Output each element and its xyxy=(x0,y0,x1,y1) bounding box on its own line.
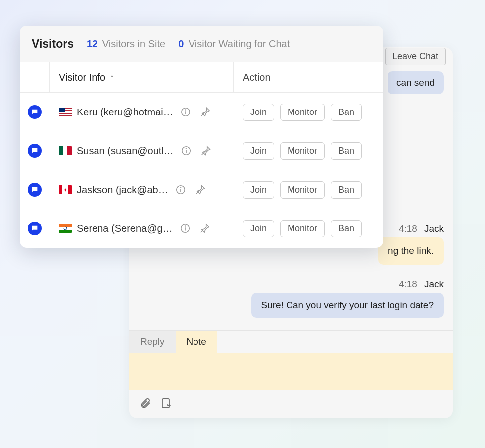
composer-tabs: Reply Note xyxy=(129,331,453,353)
message-meta: 4:18 Jack xyxy=(399,224,444,234)
visitors-in-site-count: 12 xyxy=(87,38,97,49)
svg-point-11 xyxy=(180,187,181,188)
message-sender: Jack xyxy=(424,224,444,234)
join-button[interactable]: Join xyxy=(243,104,274,121)
table-row: ✦Jaskson (jack@ab…JoinMonitorBan xyxy=(20,170,383,209)
column-action: Action xyxy=(234,62,383,92)
country-flag-icon xyxy=(59,108,72,116)
ai-suggest-icon[interactable] xyxy=(160,397,172,411)
message-time: 4:18 xyxy=(399,224,417,234)
ban-button[interactable]: Ban xyxy=(331,104,362,121)
pin-icon[interactable] xyxy=(200,145,211,156)
message-sender: Jack xyxy=(424,279,444,290)
chat-status-icon xyxy=(28,105,42,119)
chat-reply-bubble: Sure! Can you verify your last login dat… xyxy=(251,293,444,318)
visitors-waiting-label: Visitor Waiting for Chat xyxy=(189,38,290,49)
visitor-name: Keru (keru@hotmai… xyxy=(77,107,173,118)
table-row: Keru (keru@hotmai…JoinMonitorBan xyxy=(20,93,383,131)
table-row: Serena (Serena@g…JoinMonitorBan xyxy=(20,209,383,248)
table-row: Susan (susan@outl…JoinMonitorBan xyxy=(20,131,383,170)
tab-note[interactable]: Note xyxy=(176,331,217,353)
message-time: 4:18 xyxy=(399,279,417,290)
svg-point-15 xyxy=(185,226,185,226)
ban-button[interactable]: Ban xyxy=(331,142,362,160)
visitor-name: Serena (Serena@g… xyxy=(77,223,173,234)
chat-note-bubble: ng the link. xyxy=(378,237,444,265)
message-meta: 4:18 Jack xyxy=(399,279,444,290)
visitors-in-site-stat: 12 Visitors in Site xyxy=(87,38,165,50)
svg-point-7 xyxy=(186,148,186,149)
info-icon[interactable] xyxy=(180,223,191,234)
composer: Reply Note xyxy=(129,330,453,418)
ban-button[interactable]: Ban xyxy=(331,181,362,199)
country-flag-icon xyxy=(59,146,72,155)
composer-toolbar xyxy=(129,390,453,418)
join-button[interactable]: Join xyxy=(243,181,274,199)
svg-point-3 xyxy=(185,110,186,110)
join-button[interactable]: Join xyxy=(243,220,274,237)
join-button[interactable]: Join xyxy=(243,142,274,160)
monitor-button[interactable]: Monitor xyxy=(280,104,325,121)
visitors-waiting-stat: 0 Visitor Waiting for Chat xyxy=(178,38,290,50)
visitors-table-header: Visitor Info ↑ Action xyxy=(20,62,383,93)
chat-bubble: can send xyxy=(388,71,444,94)
visitors-panel-header: Visitors 12 Visitors in Site 0 Visitor W… xyxy=(20,26,383,62)
ban-button[interactable]: Ban xyxy=(331,220,362,237)
country-flag-icon: ✦ xyxy=(59,185,72,194)
chat-status-icon xyxy=(28,183,42,197)
country-flag-icon xyxy=(59,224,72,233)
visitors-in-site-label: Visitors in Site xyxy=(102,38,165,49)
visitors-waiting-count: 0 xyxy=(178,38,184,49)
leave-chat-button[interactable]: Leave Chat xyxy=(385,48,446,65)
pin-icon[interactable] xyxy=(200,107,211,117)
monitor-button[interactable]: Monitor xyxy=(280,142,325,160)
visitors-title: Visitors xyxy=(32,37,74,51)
pin-icon[interactable] xyxy=(199,223,210,234)
svg-rect-0 xyxy=(162,399,169,408)
chat-status-icon xyxy=(28,222,42,235)
visitors-panel: Visitors 12 Visitors in Site 0 Visitor W… xyxy=(20,26,383,248)
tab-reply[interactable]: Reply xyxy=(129,331,176,353)
monitor-button[interactable]: Monitor xyxy=(280,181,325,199)
composer-textarea[interactable] xyxy=(129,353,453,390)
info-icon[interactable] xyxy=(180,107,191,117)
info-icon[interactable] xyxy=(181,145,192,156)
info-icon[interactable] xyxy=(175,184,186,195)
attachment-icon[interactable] xyxy=(139,397,151,411)
visitor-name: Jaskson (jack@ab… xyxy=(77,184,168,196)
visitor-name: Susan (susan@outl… xyxy=(77,145,174,157)
monitor-button[interactable]: Monitor xyxy=(280,220,325,237)
pin-icon[interactable] xyxy=(195,184,206,195)
chat-status-icon xyxy=(28,144,42,158)
sort-asc-icon: ↑ xyxy=(109,72,114,83)
column-visitor-info[interactable]: Visitor Info ↑ xyxy=(50,62,234,92)
